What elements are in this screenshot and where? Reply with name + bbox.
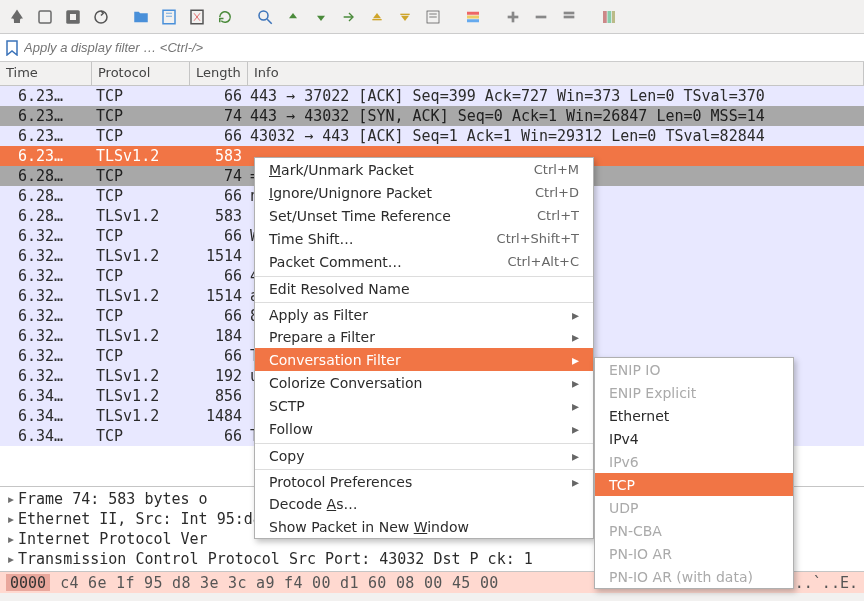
submenu-arrow-icon: ▸ (572, 448, 579, 464)
next-packet-icon[interactable] (308, 4, 334, 30)
cell-len: 1514 (190, 286, 248, 306)
cell-proto: TCP (92, 226, 190, 246)
context-menu-item[interactable]: SCTP▸ (255, 394, 593, 417)
context-menu-item[interactable]: Apply as Filter▸ (255, 302, 593, 325)
display-filter-input[interactable] (24, 36, 860, 60)
colorize-icon[interactable] (460, 4, 486, 30)
auto-scroll-icon[interactable] (420, 4, 446, 30)
col-header-time[interactable]: Time (0, 62, 92, 85)
cell-proto: TLSv1.2 (92, 326, 190, 346)
display-filter-bar (0, 34, 864, 62)
context-menu-item[interactable]: Decode As… (255, 492, 593, 515)
cell-len: 66 (190, 346, 248, 366)
expand-icon[interactable]: ▸ (4, 550, 18, 568)
submenu-arrow-icon: ▸ (572, 474, 579, 490)
cell-time: 6.32… (0, 366, 92, 386)
packet-row[interactable]: 6.23…TCP74443 → 43032 [SYN, ACK] Seq=0 A… (0, 106, 864, 126)
context-menu-item[interactable]: Protocol Preferences▸ (255, 469, 593, 492)
resize-columns-icon[interactable] (596, 4, 622, 30)
cell-len: 192 (190, 366, 248, 386)
zoom-in-icon[interactable] (500, 4, 526, 30)
open-file-icon[interactable] (128, 4, 154, 30)
expand-icon[interactable]: ▸ (4, 510, 18, 528)
packet-context-menu: Mark/Unmark PacketCtrl+MIgnore/Unignore … (254, 157, 594, 539)
conversation-filter-submenu: ENIP IOENIP ExplicitEthernetIPv4IPv6TCPU… (594, 357, 794, 589)
submenu-arrow-icon: ▸ (572, 398, 579, 414)
cell-time: 6.28… (0, 206, 92, 226)
cell-len: 74 (190, 106, 248, 126)
cell-time: 6.34… (0, 386, 92, 406)
cell-time: 6.32… (0, 266, 92, 286)
restart-capture-icon[interactable] (88, 4, 114, 30)
cell-len: 66 (190, 226, 248, 246)
cell-time: 6.23… (0, 146, 92, 166)
context-menu-item[interactable]: Set/Unset Time ReferenceCtrl+T (255, 204, 593, 227)
cell-time: 6.23… (0, 86, 92, 106)
cell-proto: TLSv1.2 (92, 406, 190, 426)
context-menu-item[interactable]: Edit Resolved Name (255, 276, 593, 299)
cell-len: 583 (190, 146, 248, 166)
goto-first-icon[interactable] (364, 4, 390, 30)
cell-len: 66 (190, 126, 248, 146)
context-submenu-item: PN-CBA (595, 519, 793, 542)
cell-proto: TCP (92, 346, 190, 366)
context-menu-item[interactable]: Follow▸ (255, 417, 593, 440)
cell-time: 6.23… (0, 106, 92, 126)
context-menu-item[interactable]: Time Shift…Ctrl+Shift+T (255, 227, 593, 250)
cell-len: 66 (190, 306, 248, 326)
expand-icon[interactable]: ▸ (4, 530, 18, 548)
prev-packet-icon[interactable] (280, 4, 306, 30)
save-file-icon[interactable] (156, 4, 182, 30)
context-submenu-item[interactable]: TCP (595, 473, 793, 496)
find-icon[interactable] (252, 4, 278, 30)
context-menu-item[interactable]: Prepare a Filter▸ (255, 325, 593, 348)
context-submenu-item[interactable]: IPv4 (595, 427, 793, 450)
goto-packet-icon[interactable] (336, 4, 362, 30)
cell-time: 6.34… (0, 406, 92, 426)
goto-last-icon[interactable] (392, 4, 418, 30)
context-menu-item[interactable]: Copy▸ (255, 443, 593, 466)
cell-len: 583 (190, 206, 248, 226)
packet-list-header: Time Protocol Length Info (0, 62, 864, 86)
main-toolbar (0, 0, 864, 34)
context-submenu-item: IPv6 (595, 450, 793, 473)
packet-row[interactable]: 6.23…TCP6643032 → 443 [ACK] Seq=1 Ack=1 … (0, 126, 864, 146)
packet-row[interactable]: 6.23…TCP66443 → 37022 [ACK] Seq=399 Ack=… (0, 86, 864, 106)
zoom-reset-icon[interactable] (556, 4, 582, 30)
context-submenu-item: UDP (595, 496, 793, 519)
svg-rect-21 (512, 11, 515, 22)
expand-icon[interactable]: ▸ (4, 490, 18, 508)
cell-time: 6.28… (0, 166, 92, 186)
context-menu-item[interactable]: Mark/Unmark PacketCtrl+M (255, 158, 593, 181)
cell-proto: TCP (92, 266, 190, 286)
context-submenu-item[interactable]: Ethernet (595, 404, 793, 427)
context-menu-item[interactable]: Ignore/Unignore PacketCtrl+D (255, 181, 593, 204)
context-menu-item[interactable]: Conversation Filter▸ (255, 348, 593, 371)
cell-proto: TLSv1.2 (92, 146, 190, 166)
close-file-icon[interactable] (184, 4, 210, 30)
cell-time: 6.32… (0, 286, 92, 306)
zoom-out-icon[interactable] (528, 4, 554, 30)
reload-icon[interactable] (212, 4, 238, 30)
capture-interfaces-icon[interactable] (4, 4, 30, 30)
context-menu-item[interactable]: Colorize Conversation▸ (255, 371, 593, 394)
col-header-length[interactable]: Length (190, 62, 248, 85)
capture-options-icon[interactable] (32, 4, 58, 30)
cell-proto: TLSv1.2 (92, 386, 190, 406)
cell-time: 6.32… (0, 306, 92, 326)
svg-rect-13 (400, 13, 409, 14)
svg-rect-24 (564, 11, 575, 14)
col-header-protocol[interactable]: Protocol (92, 62, 190, 85)
submenu-arrow-icon: ▸ (572, 307, 579, 323)
cell-time: 6.34… (0, 426, 92, 446)
svg-rect-18 (467, 15, 479, 18)
cell-proto: TLSv1.2 (92, 366, 190, 386)
cell-proto: TLSv1.2 (92, 286, 190, 306)
stop-capture-icon[interactable] (60, 4, 86, 30)
submenu-arrow-icon: ▸ (572, 329, 579, 345)
cell-proto: TCP (92, 166, 190, 186)
context-menu-item[interactable]: Packet Comment…Ctrl+Alt+C (255, 250, 593, 273)
context-menu-item[interactable]: Show Packet in New Window (255, 515, 593, 538)
col-header-info[interactable]: Info (248, 62, 864, 85)
bookmark-icon[interactable] (4, 37, 20, 59)
